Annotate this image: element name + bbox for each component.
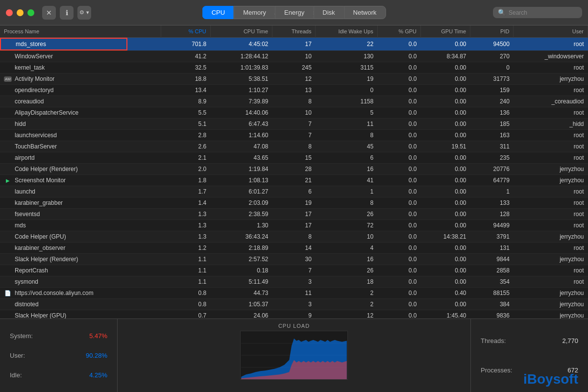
cell-idle: 12 [316, 310, 377, 319]
cell-user: root [514, 152, 588, 164]
cell-idle: 8 [316, 130, 377, 141]
table-row[interactable]: Code Helper (Renderer)2.01:19.8428160.00… [0, 164, 588, 175]
table-row[interactable]: airportd2.143.651560.00.00235root [0, 152, 588, 164]
close-button[interactable] [6, 9, 13, 16]
table-container[interactable]: Process Name % CPU CPU Time Threads Idle… [0, 25, 588, 318]
table-row[interactable]: launchd1.76:01.27610.00.001root [0, 186, 588, 197]
cell-gputime: 1:45.40 [421, 310, 470, 319]
col-header-cpu[interactable]: % CPU [161, 25, 210, 38]
cell-gpu: 0.0 [377, 62, 420, 74]
table-row[interactable]: karabiner_grabber1.42:03.091980.00.00133… [0, 197, 588, 209]
cell-gpu: 0.0 [377, 254, 420, 265]
cell-gputime: 19.51 [421, 141, 470, 152]
table-row[interactable]: AMActivity Monitor18.85:38.5112190.00.00… [0, 74, 588, 85]
process-name: karabiner_observer [15, 245, 65, 251]
table-row[interactable]: TouchBarServer2.647.088450.019.51311root [0, 141, 588, 152]
bottom-panel: System: 5.47% User: 90.28% Idle: 4.25% C… [0, 318, 588, 392]
close-icon-btn[interactable]: ✕ [42, 6, 56, 20]
cell-user: root [514, 107, 588, 119]
cell-pid: 31773 [470, 74, 514, 85]
tab-energy[interactable]: Energy [275, 6, 313, 19]
row-icon [4, 188, 12, 196]
gear-icon-btn[interactable]: ⚙ ▾ [77, 6, 91, 20]
cell-gputime: 8:34.87 [421, 51, 470, 62]
row-icon: 📄 [4, 289, 12, 297]
tab-cpu[interactable]: CPU [202, 6, 234, 19]
table-row[interactable]: launchservicesd2.81:14.60780.00.00163roo… [0, 130, 588, 141]
col-header-name[interactable]: Process Name [0, 25, 161, 38]
table-row[interactable]: ReportCrash1.10.187260.00.002858root [0, 265, 588, 276]
cell-cpu: 0.7 [161, 310, 210, 319]
info-icon-btn[interactable]: ℹ [60, 6, 74, 20]
col-header-user[interactable]: User [514, 25, 588, 38]
cell-gpu: 0.0 [377, 152, 420, 164]
col-header-cputime[interactable]: CPU Time [210, 25, 272, 38]
user-value: 90.28% [86, 352, 107, 359]
cell-user: jerryzhou [514, 310, 588, 319]
col-header-gpu[interactable]: % GPU [377, 25, 420, 38]
table-row[interactable]: Slack Helper (GPU)0.724.069120.01:45.409… [0, 310, 588, 319]
table-row[interactable]: WindowServer41.21:28:44.12101300.08:34.8… [0, 51, 588, 62]
table-row[interactable]: mds_stores701.84:45:0217220.00.0094500ro… [0, 38, 588, 51]
row-icon: AM [4, 75, 12, 83]
cell-gpu: 0.0 [377, 243, 420, 254]
process-name: airportd [15, 154, 35, 161]
table-row[interactable]: kernel_task32.51:01:39.8324531150.00.000… [0, 62, 588, 74]
cell-cputime: 44.73 [210, 288, 272, 299]
cell-gputime: 0.00 [421, 265, 470, 276]
minimize-button[interactable] [17, 9, 24, 16]
table-row[interactable]: mds1.31.3017720.00.0094499root [0, 220, 588, 231]
cell-user: root [514, 38, 588, 51]
tab-disk[interactable]: Disk [313, 6, 343, 19]
cell-pid: 2858 [470, 265, 514, 276]
table-row[interactable]: fseventsd1.32:38.5917260.00.00128root [0, 209, 588, 220]
process-name: hidd [15, 121, 26, 127]
col-header-threads[interactable]: Threads [272, 25, 316, 38]
row-icon [4, 267, 12, 274]
table-row[interactable]: AlipayDispatcherService5.514:40.061050.0… [0, 107, 588, 119]
table-row[interactable]: Code Helper (GPU)1.336:43.248100.014:38.… [0, 231, 588, 243]
col-header-gputime[interactable]: GPU Time [421, 25, 470, 38]
cell-user: jerryzhou [514, 254, 588, 265]
row-icon [4, 165, 12, 173]
table-row[interactable]: sysmond1.15:11.493180.00.00354root [0, 276, 588, 288]
cell-cputime: 1:08.13 [210, 175, 272, 186]
table-row[interactable]: Slack Helper (Renderer)1.12:57.5230160.0… [0, 254, 588, 265]
table-row[interactable]: coreaudiod8.97:39.89811580.00.00240_core… [0, 96, 588, 107]
cell-gputime: 0.00 [421, 254, 470, 265]
cell-cputime: 2:57.52 [210, 254, 272, 265]
table-row[interactable]: karabiner_observer1.22:18.891440.00.0013… [0, 243, 588, 254]
cell-gpu: 0.0 [377, 231, 420, 243]
tab-memory[interactable]: Memory [234, 6, 275, 19]
table-row[interactable]: ▶Screenshot Monitor1.81:08.1321410.00.00… [0, 175, 588, 186]
process-name: kernel_task [15, 64, 45, 71]
process-name: mds [15, 222, 26, 229]
maximize-button[interactable] [27, 9, 34, 16]
window-controls[interactable] [6, 9, 34, 16]
cell-cpu: 1.1 [161, 254, 210, 265]
row-icon [4, 312, 12, 318]
cell-gputime: 0.00 [421, 119, 470, 130]
search-icon: 🔍 [498, 9, 506, 16]
col-header-pid[interactable]: PID [470, 25, 514, 38]
cell-gpu: 0.0 [377, 209, 420, 220]
cell-threads: 3 [272, 276, 316, 288]
cell-cpu: 2.0 [161, 164, 210, 175]
cell-idle: 45 [316, 141, 377, 152]
cell-cputime: 1:28:44.12 [210, 51, 272, 62]
tab-network[interactable]: Network [344, 6, 386, 19]
cell-user: jerryzhou [514, 175, 588, 186]
table-row[interactable]: opendirectoryd13.41:10.271300.00.00159ro… [0, 85, 588, 96]
cell-gpu: 0.0 [377, 96, 420, 107]
cell-pid: 9844 [470, 254, 514, 265]
cell-gpu: 0.0 [377, 310, 420, 319]
table-row[interactable]: 📄https://vod.console.aliyun.com0.844.731… [0, 288, 588, 299]
search-input[interactable] [509, 9, 577, 16]
col-header-idle[interactable]: Idle Wake Ups [316, 25, 377, 38]
cell-gpu: 0.0 [377, 85, 420, 96]
table-row[interactable]: distnoted0.81:05.37320.00.00384jerryzhou [0, 299, 588, 310]
cell-pid: 131 [470, 243, 514, 254]
cell-idle: 26 [316, 265, 377, 276]
cell-pid: 94500 [470, 38, 514, 51]
table-row[interactable]: hidd5.16:47.437110.00.00185_hidd [0, 119, 588, 130]
